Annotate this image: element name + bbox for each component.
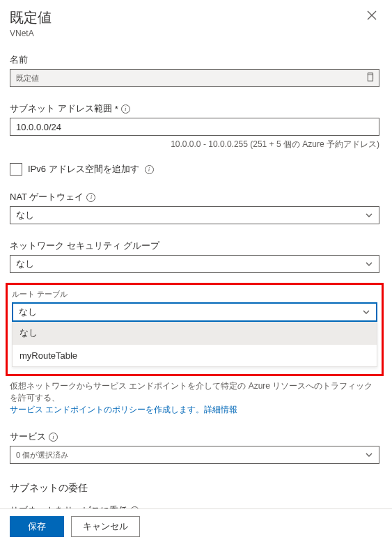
- endpoint-policy-link[interactable]: サービス エンドポイントのポリシーを作成します。詳細情報: [10, 405, 237, 414]
- services-label: サービス: [10, 430, 46, 443]
- route-table-highlight: ルート テーブル なし なし myRouteTable: [6, 283, 384, 376]
- name-value: 既定値: [16, 73, 39, 84]
- address-range-value: 10.0.0.0/24: [16, 122, 61, 132]
- copy-icon[interactable]: [366, 72, 375, 84]
- nsg-label: ネットワーク セキュリティ グループ: [10, 240, 159, 252]
- delegation-section-title: サブネットの委任: [10, 482, 379, 495]
- name-field: 既定値: [10, 69, 379, 87]
- chevron-down-icon: [365, 451, 373, 459]
- ipv6-checkbox[interactable]: [10, 163, 22, 176]
- info-icon[interactable]: i: [86, 193, 95, 202]
- footer-bar: 保存 キャンセル: [0, 508, 392, 544]
- route-table-label: ルート テーブル: [12, 290, 68, 298]
- services-select[interactable]: 0 個が選択済み: [10, 446, 379, 464]
- chevron-down-icon: [365, 260, 373, 268]
- route-table-option-none[interactable]: なし: [13, 321, 377, 345]
- route-table-value: なし: [19, 306, 37, 318]
- address-range-input[interactable]: 10.0.0.0/24: [10, 118, 379, 136]
- cancel-button[interactable]: キャンセル: [71, 516, 140, 537]
- services-value: 0 個が選択済み: [16, 450, 68, 460]
- pane-subtitle: VNetA: [10, 29, 52, 38]
- nat-value: なし: [16, 209, 34, 222]
- save-button[interactable]: 保存: [10, 516, 64, 537]
- route-table-option-myroutetable[interactable]: myRouteTable: [13, 345, 377, 366]
- ipv6-label: IPv6 アドレス空間を追加す: [28, 163, 139, 176]
- svg-rect-0: [368, 75, 373, 81]
- required-asterisk: *: [115, 104, 118, 114]
- pane-title: 既定値: [10, 8, 52, 27]
- close-icon[interactable]: [364, 8, 379, 24]
- nsg-value: なし: [16, 258, 34, 270]
- subnet-edit-pane: 既定値 VNetA 名前 既定値 サブネット アドレス範囲 * i 10.0.0…: [0, 0, 392, 544]
- endpoint-policy-text: 仮想ネットワークからサービス エンドポイントを介して特定の Azure リソース…: [10, 380, 379, 415]
- info-icon[interactable]: i: [121, 104, 130, 114]
- info-icon[interactable]: i: [145, 165, 154, 174]
- info-icon[interactable]: i: [49, 433, 58, 442]
- chevron-down-icon: [365, 211, 373, 219]
- nsg-select[interactable]: なし: [10, 255, 379, 273]
- address-range-hint: 10.0.0.0 - 10.0.0.255 (251 + 5 個の Azure …: [10, 139, 379, 150]
- name-label: 名前: [10, 54, 28, 66]
- nat-label: NAT ゲートウェイ: [10, 191, 84, 203]
- address-range-label: サブネット アドレス範囲: [10, 102, 112, 115]
- route-table-select[interactable]: なし: [12, 302, 377, 322]
- route-table-dropdown: なし myRouteTable: [12, 321, 377, 367]
- chevron-down-icon: [362, 308, 370, 316]
- nat-select[interactable]: なし: [10, 206, 379, 224]
